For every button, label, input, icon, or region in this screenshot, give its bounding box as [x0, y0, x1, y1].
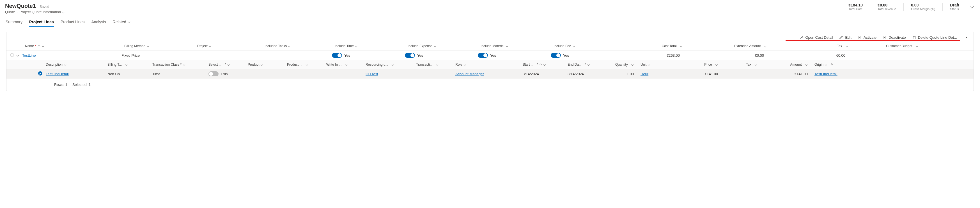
open-cost-detail-button[interactable]: Open Cost Detail	[799, 35, 833, 40]
resourcing-unit-link[interactable]: CITTest	[366, 72, 378, 76]
toggle-include-time[interactable]: Yes	[332, 53, 405, 58]
toggle-include-expense[interactable]: Yes	[405, 53, 478, 58]
chevron-down-icon	[680, 45, 682, 48]
scol-write-in[interactable]: Write In ...	[326, 62, 366, 67]
cmd-label: Open Cost Detail	[805, 35, 833, 40]
form-selector[interactable]: Project Quote Information	[19, 10, 61, 14]
row-selector[interactable]	[9, 53, 15, 58]
chevron-down-icon	[824, 63, 827, 66]
chevron-down-icon	[845, 45, 848, 48]
expand-header-chevron-icon[interactable]	[969, 4, 975, 10]
role-link[interactable]: Account Manager	[455, 72, 484, 76]
scol-origin[interactable]: Origin	[815, 62, 854, 67]
cell-end: 3/14/2024	[568, 72, 604, 76]
scol-amount[interactable]: Amount	[764, 62, 815, 67]
cell-billing-type: Non Ch...	[107, 72, 152, 76]
chevron-down-icon	[715, 63, 718, 66]
scol-resourcing-unit[interactable]: Resourcing u...	[366, 62, 416, 67]
name-link[interactable]: TestLine	[22, 53, 36, 58]
scol-price[interactable]: Price	[674, 62, 725, 67]
pencil-icon	[839, 35, 843, 40]
description-link[interactable]: TestLineDetail	[46, 72, 69, 76]
delete-button[interactable]: Delete Quote Line Det...	[912, 35, 957, 40]
more-commands-button[interactable]: ⋮	[963, 35, 970, 40]
grid-command-bar: Open Cost Detail Edit Activate Deactivat…	[6, 32, 974, 41]
scol-quantity[interactable]: Quantity	[604, 62, 641, 67]
grid-footer: Rows: 1 Selected: 1	[6, 78, 974, 91]
scol-unit[interactable]: Unit	[641, 62, 674, 67]
project-lines-panel: Open Cost Detail Edit Activate Deactivat…	[6, 32, 974, 91]
unit-link[interactable]: Hour	[641, 72, 648, 76]
toggle-include-fee[interactable]: Yes	[551, 53, 624, 58]
breadcrumb-separator: ·	[17, 10, 18, 14]
edit-columns-icon[interactable]	[830, 63, 834, 66]
col-include-fee[interactable]: Include Fee	[554, 44, 627, 48]
row-expand[interactable]	[15, 53, 21, 58]
cell-billing-method: Fixed Price	[121, 53, 194, 58]
chevron-down-icon	[587, 63, 590, 66]
scol-role[interactable]: Role	[455, 62, 523, 67]
scol-description[interactable]: Description	[46, 62, 107, 67]
scol-select[interactable]: Select ... *	[208, 62, 248, 67]
chevron-down-icon	[227, 63, 230, 66]
chevron-down-icon	[146, 45, 149, 48]
stat-status: Draft Status	[948, 3, 961, 11]
cmd-label: Deactivate	[889, 35, 906, 40]
tab-project-lines[interactable]: Project Lines	[29, 18, 54, 27]
tab-product-lines[interactable]: Product Lines	[60, 18, 85, 27]
chevron-down-icon	[463, 63, 466, 66]
svg-point-0	[800, 38, 800, 39]
scol-start[interactable]: Start ... *	[523, 62, 568, 67]
scol-billing-type[interactable]: Billing T...	[107, 62, 152, 67]
col-included-tasks[interactable]: Included Tasks	[264, 44, 335, 48]
toggle-select[interactable]: Exis...	[208, 71, 248, 76]
selected-count: Selected: 1	[72, 83, 91, 87]
chevron-down-icon	[915, 45, 918, 48]
save-state: - Saved	[38, 5, 49, 9]
col-include-time[interactable]: Include Time	[335, 44, 408, 48]
scol-end[interactable]: End Da... *	[568, 62, 604, 67]
activate-button[interactable]: Activate	[858, 35, 877, 40]
origin-link[interactable]: TestLineDetail	[815, 72, 837, 76]
scol-tax[interactable]: Tax	[725, 62, 764, 67]
col-project[interactable]: Project	[197, 44, 264, 48]
cmd-label: Activate	[864, 35, 877, 40]
tab-summary[interactable]: Summary	[6, 18, 22, 27]
chevron-down-icon	[434, 45, 437, 48]
cell-start: 3/14/2024	[523, 72, 568, 76]
sub-grid-headers: Description Billing T... Transaction Cla…	[6, 60, 974, 69]
chevron-down-icon	[764, 45, 767, 48]
deactivate-button[interactable]: Deactivate	[883, 35, 906, 40]
tab-analysis[interactable]: Analysis	[91, 18, 106, 27]
edit-button[interactable]: Edit	[839, 35, 851, 40]
check-circle-icon	[38, 71, 42, 75]
col-cost-total[interactable]: Cost Total	[627, 44, 700, 48]
table-row[interactable]: TestLine Fixed Price Yes Yes Yes Yes €26…	[6, 51, 974, 60]
chevron-down-icon	[260, 63, 263, 66]
scol-transaction-class[interactable]: Transaction Class*	[152, 62, 208, 67]
col-tax[interactable]: Tax	[784, 44, 857, 48]
toggle-include-material[interactable]: Yes	[478, 53, 551, 58]
chevron-down-icon	[436, 63, 439, 66]
stat-label: Gross Margin (%)	[911, 7, 935, 11]
row-selected-indicator[interactable]	[35, 71, 46, 76]
tab-related[interactable]: Related	[113, 18, 131, 27]
cmd-label: Edit	[845, 35, 851, 40]
chevron-down-icon[interactable]	[62, 11, 65, 13]
chevron-down-icon	[209, 45, 212, 48]
col-include-expense[interactable]: Include Expense	[408, 44, 480, 48]
rows-count: Rows: 1	[54, 83, 67, 87]
stat-label: Total Cost	[848, 7, 863, 11]
col-extended-amount[interactable]: Extended Amount	[700, 44, 784, 48]
cell-price: €141.00	[674, 72, 725, 76]
col-include-material[interactable]: Include Material	[480, 44, 554, 48]
sub-table-row[interactable]: TestLineDetail Non Ch... Time Exis... CI…	[6, 69, 974, 78]
col-billing-method[interactable]: Billing Method	[124, 44, 197, 48]
scol-transact[interactable]: Transacti...	[416, 62, 455, 67]
col-customer-budget[interactable]: Customer Budget	[857, 44, 918, 48]
col-name[interactable]: Name*	[23, 44, 124, 48]
chevron-down-icon	[305, 63, 308, 66]
scol-product[interactable]: Product	[248, 62, 287, 67]
tab-related-label: Related	[113, 20, 126, 24]
scol-product-desc[interactable]: Product ...	[287, 62, 326, 67]
